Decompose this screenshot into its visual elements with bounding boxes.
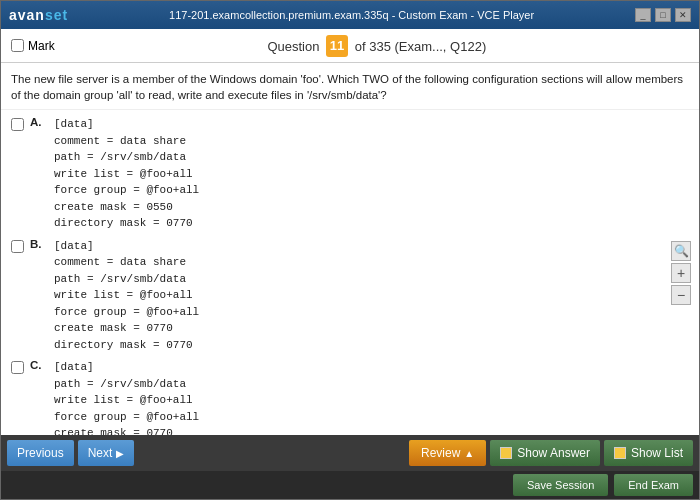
minimize-button[interactable]: _ <box>635 8 651 22</box>
previous-button[interactable]: Previous <box>7 440 74 466</box>
header-row: Mark Question 11 of 335 (Exam..., Q122) <box>1 29 699 63</box>
zoom-search-icon: 🔍 <box>671 241 691 261</box>
next-label: Next <box>88 446 113 460</box>
zoom-in-button[interactable]: + <box>671 263 691 283</box>
app-logo: avanset <box>9 7 68 23</box>
answer-option-c: C. [data] path = /srv/smb/data write lis… <box>11 359 689 435</box>
zoom-controls: 🔍 + − <box>671 241 691 305</box>
question-text: The new file server is a member of the W… <box>1 63 699 110</box>
mark-label: Mark <box>28 39 55 53</box>
show-answer-indicator <box>500 447 512 459</box>
main-content: The new file server is a member of the W… <box>1 63 699 435</box>
answer-label-a: A. <box>30 116 48 128</box>
bottom-toolbar: Previous Next ▶ Review ▲ Show Answer Sho… <box>1 435 699 471</box>
answer-option-a: A. [data] comment = data share path = /s… <box>11 116 689 232</box>
answer-checkbox-b[interactable] <box>11 240 24 253</box>
title-bar-left: avanset <box>9 7 68 23</box>
show-answer-button[interactable]: Show Answer <box>490 440 600 466</box>
window-title: 117-201.examcollection.premium.exam.335q… <box>68 9 635 21</box>
next-button[interactable]: Next ▶ <box>78 440 135 466</box>
show-list-indicator <box>614 447 626 459</box>
answer-content-b: [data] comment = data share path = /srv/… <box>54 238 199 354</box>
show-answer-label: Show Answer <box>517 446 590 460</box>
review-label: Review <box>421 446 460 460</box>
answers-area: A. [data] comment = data share path = /s… <box>1 110 699 435</box>
answer-label-b: B. <box>30 238 48 250</box>
answer-label-c: C. <box>30 359 48 371</box>
answer-checkbox-c[interactable] <box>11 361 24 374</box>
question-number: 11 <box>326 35 348 57</box>
zoom-out-button[interactable]: − <box>671 285 691 305</box>
answer-option-b: B. [data] comment = data share path = /s… <box>11 238 689 354</box>
question-info: Question 11 of 335 (Exam..., Q122) <box>65 35 689 57</box>
question-label: Question <box>267 38 319 53</box>
answer-checkbox-a[interactable] <box>11 118 24 131</box>
review-button[interactable]: Review ▲ <box>409 440 486 466</box>
window-controls: _ □ ✕ <box>635 8 691 22</box>
review-arrow-icon: ▲ <box>464 448 474 459</box>
question-total: of 335 (Exam..., Q122) <box>355 38 487 53</box>
bottom-row: Save Session End Exam <box>1 471 699 499</box>
title-bar: avanset 117-201.examcollection.premium.e… <box>1 1 699 29</box>
end-exam-button[interactable]: End Exam <box>614 474 693 496</box>
show-list-button[interactable]: Show List <box>604 440 693 466</box>
answer-content-c: [data] path = /srv/smb/data write list =… <box>54 359 199 435</box>
app-window: avanset 117-201.examcollection.premium.e… <box>0 0 700 500</box>
close-button[interactable]: ✕ <box>675 8 691 22</box>
mark-container: Mark <box>11 39 55 53</box>
next-arrow-icon: ▶ <box>116 448 124 459</box>
answer-content-a: [data] comment = data share path = /srv/… <box>54 116 199 232</box>
mark-checkbox[interactable] <box>11 39 24 52</box>
save-session-button[interactable]: Save Session <box>513 474 608 496</box>
show-list-label: Show List <box>631 446 683 460</box>
maximize-button[interactable]: □ <box>655 8 671 22</box>
